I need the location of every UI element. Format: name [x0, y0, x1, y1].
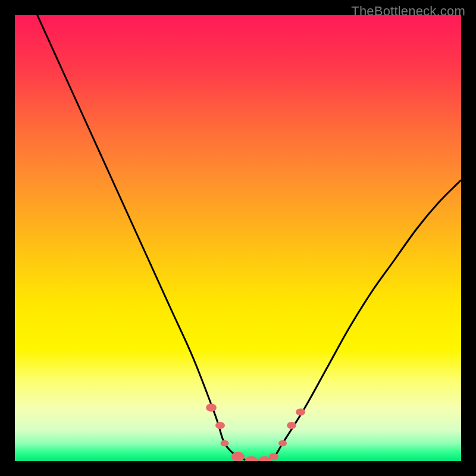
curve-marker — [278, 440, 287, 447]
curve-marker — [215, 422, 225, 429]
curve-marker — [287, 422, 296, 429]
watermark-text: TheBottleneck.com — [351, 4, 465, 19]
chart-container: TheBottleneck.com — [0, 0, 476, 476]
curve-marker — [269, 453, 278, 461]
curve-marker — [245, 456, 258, 461]
plot-area — [15, 15, 461, 461]
curve-marker — [206, 403, 217, 412]
curve-marker — [221, 440, 229, 447]
bottleneck-curve — [15, 15, 461, 461]
curve-marker — [296, 409, 305, 416]
